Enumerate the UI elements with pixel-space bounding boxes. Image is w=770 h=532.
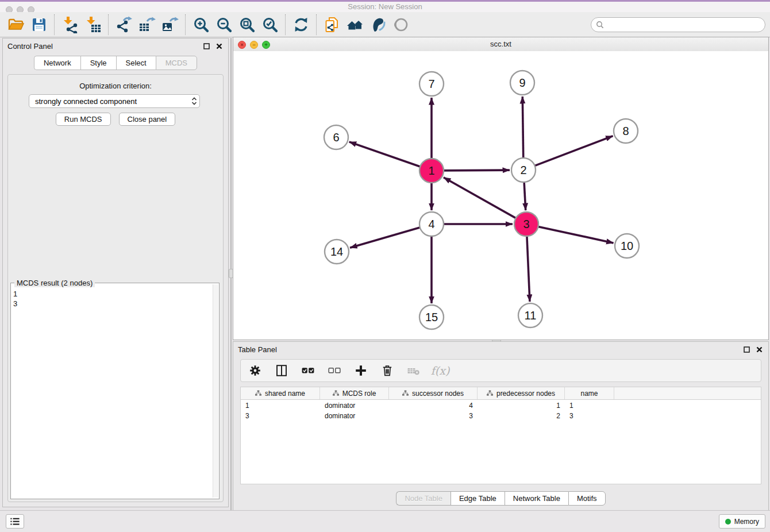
node-table[interactable]: shared name MCDS role successor nodes pr… bbox=[240, 387, 761, 484]
toolbar-separator bbox=[54, 14, 55, 35]
memory-button[interactable]: Memory bbox=[719, 514, 765, 529]
save-session-button[interactable] bbox=[28, 14, 51, 36]
cell-successor-nodes[interactable]: 3 bbox=[389, 411, 478, 421]
import-table-button[interactable] bbox=[82, 14, 105, 36]
column-header-successor-nodes[interactable]: successor nodes bbox=[389, 387, 478, 399]
cell-predecessor-nodes[interactable]: 2 bbox=[478, 411, 565, 421]
criterion-value: strongly connected component bbox=[35, 97, 137, 106]
mcds-result-title: MCDS result (2 nodes) bbox=[14, 279, 95, 287]
task-history-button[interactable] bbox=[6, 514, 24, 529]
edge-3-1[interactable] bbox=[444, 178, 519, 220]
edge-2-9[interactable] bbox=[522, 97, 523, 161]
vertical-splitter[interactable] bbox=[230, 38, 232, 511]
edge-4-14[interactable] bbox=[350, 226, 424, 248]
tab-select[interactable]: Select bbox=[116, 56, 156, 70]
table-row[interactable]: 1 dominator 4 1 1 bbox=[241, 401, 761, 410]
cell-name[interactable]: 3 bbox=[565, 411, 614, 421]
close-icon bbox=[756, 346, 763, 353]
edge-2-8[interactable] bbox=[532, 136, 613, 167]
style-button[interactable] bbox=[367, 14, 390, 36]
import-network-icon bbox=[61, 16, 79, 33]
tab-node-table[interactable]: Node Table bbox=[396, 491, 451, 506]
clone-network-button[interactable] bbox=[321, 14, 344, 36]
refresh-button[interactable] bbox=[290, 14, 313, 36]
toolbar-search[interactable] bbox=[591, 17, 765, 32]
tab-motifs[interactable]: Motifs bbox=[568, 491, 606, 506]
column-header-mcds-role[interactable]: MCDS role bbox=[320, 387, 389, 399]
network-window-titlebar[interactable]: × − + scc.txt bbox=[233, 37, 768, 52]
edge-1-6[interactable] bbox=[349, 142, 424, 168]
function-builder-button[interactable]: f(x) bbox=[432, 362, 449, 379]
zoom-fit-button[interactable] bbox=[236, 14, 259, 36]
show-graphics-button[interactable] bbox=[390, 14, 413, 36]
close-panel-button[interactable] bbox=[214, 41, 224, 51]
cell-shared-name[interactable]: 1 bbox=[241, 401, 320, 410]
edge-1-2[interactable] bbox=[440, 170, 510, 171]
delete-table-button[interactable] bbox=[405, 362, 422, 379]
open-session-button[interactable] bbox=[5, 14, 28, 36]
function-icon: f(x) bbox=[431, 364, 450, 377]
column-header-shared-name[interactable]: shared name bbox=[241, 387, 320, 399]
export-table-button[interactable] bbox=[136, 14, 159, 36]
zoom-out-icon bbox=[215, 16, 233, 33]
network-maximize-button[interactable]: + bbox=[262, 41, 270, 49]
tab-mcds[interactable]: MCDS bbox=[156, 56, 197, 70]
cell-successor-nodes[interactable]: 4 bbox=[389, 401, 478, 410]
network-graph[interactable]: 7968124314101511 bbox=[233, 51, 768, 340]
zoom-fit-icon bbox=[238, 16, 256, 33]
toolbar-separator bbox=[316, 14, 317, 35]
cell-mcds-role[interactable]: dominator bbox=[320, 411, 389, 421]
edge-2-3[interactable] bbox=[524, 179, 526, 210]
cell-predecessor-nodes[interactable]: 1 bbox=[478, 401, 565, 410]
open-folder-icon bbox=[7, 16, 25, 33]
zoom-out-button[interactable] bbox=[213, 14, 236, 36]
delete-columns-button[interactable] bbox=[379, 362, 396, 379]
cell-name[interactable]: 1 bbox=[565, 401, 614, 410]
run-mcds-button[interactable]: Run MCDS bbox=[56, 113, 111, 126]
tab-style[interactable]: Style bbox=[80, 56, 116, 70]
graph-node-label: 6 bbox=[333, 131, 339, 144]
create-column-button[interactable] bbox=[352, 362, 369, 379]
graph-node-label: 15 bbox=[425, 311, 438, 323]
graph-node-label: 9 bbox=[519, 76, 525, 89]
table-settings-button[interactable] bbox=[247, 362, 264, 379]
tab-network-table[interactable]: Network Table bbox=[505, 491, 568, 506]
zoom-in-button[interactable] bbox=[190, 14, 213, 36]
column-header-name[interactable]: name bbox=[565, 387, 614, 399]
search-input[interactable] bbox=[607, 20, 760, 29]
cell-mcds-role[interactable]: dominator bbox=[320, 401, 389, 410]
export-network-button[interactable] bbox=[113, 14, 136, 36]
mcds-result-text[interactable]: 1 3 bbox=[13, 289, 212, 498]
network-canvas[interactable]: 7968124314101511 bbox=[233, 51, 768, 340]
export-network-icon bbox=[116, 16, 133, 33]
graph-node-label: 7 bbox=[428, 78, 434, 90]
table-row[interactable]: 3 dominator 3 2 3 bbox=[241, 411, 761, 421]
import-network-button[interactable] bbox=[59, 14, 82, 36]
home-button[interactable] bbox=[344, 14, 367, 36]
cell-shared-name[interactable]: 3 bbox=[241, 411, 320, 421]
close-panel-action-button[interactable]: Close panel bbox=[119, 113, 176, 126]
select-all-columns-button[interactable] bbox=[299, 362, 317, 379]
result-scrollbar[interactable] bbox=[213, 284, 218, 498]
edge-3-11[interactable] bbox=[527, 233, 530, 302]
network-minimize-button[interactable]: − bbox=[250, 41, 258, 49]
float-panel-button[interactable] bbox=[202, 41, 211, 51]
control-panel-tabs: Network Style Select MCDS bbox=[3, 56, 228, 70]
float-table-panel-button[interactable] bbox=[742, 345, 751, 354]
search-icon bbox=[596, 21, 604, 29]
edge-3-10[interactable] bbox=[535, 226, 614, 243]
criterion-dropdown[interactable]: strongly connected component bbox=[29, 94, 200, 108]
zoom-selected-button[interactable] bbox=[259, 14, 282, 36]
import-table-icon bbox=[84, 16, 102, 33]
table-toolbar: f(x) bbox=[240, 359, 761, 382]
tab-network[interactable]: Network bbox=[34, 56, 80, 70]
show-columns-button[interactable] bbox=[273, 362, 290, 379]
export-image-button[interactable] bbox=[159, 14, 182, 36]
network-close-button[interactable]: × bbox=[238, 41, 246, 49]
close-table-panel-button[interactable] bbox=[754, 345, 764, 354]
column-header-predecessor-nodes[interactable]: predecessor nodes bbox=[478, 387, 565, 399]
result-line: 1 bbox=[13, 289, 212, 299]
tab-edge-table[interactable]: Edge Table bbox=[451, 491, 505, 506]
deselect-all-columns-button[interactable] bbox=[326, 362, 343, 379]
toolbar-separator bbox=[108, 14, 109, 35]
